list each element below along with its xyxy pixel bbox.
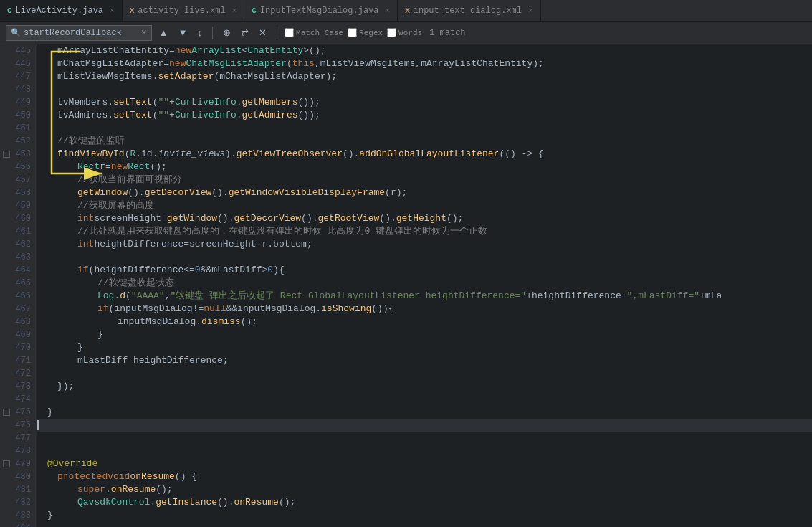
code-line-473: }); bbox=[37, 380, 812, 393]
line-num-450: 450 bbox=[0, 109, 37, 122]
line-num-483: 483 bbox=[0, 509, 37, 522]
code-line-472 bbox=[37, 367, 812, 380]
search-replace-button[interactable]: ⇄ bbox=[238, 26, 252, 39]
line-num-458: 458 bbox=[0, 186, 37, 199]
search-separator2 bbox=[277, 27, 277, 39]
search-next-button[interactable]: ▼ bbox=[176, 26, 191, 39]
match-case-checkbox[interactable] bbox=[285, 28, 294, 37]
line-num-480: 480 bbox=[0, 470, 37, 483]
match-case-option[interactable]: Match Case bbox=[285, 28, 343, 37]
search-close-button[interactable]: ✕ bbox=[256, 26, 269, 39]
line-num-446: 446 bbox=[0, 57, 37, 70]
code-line-447: mListViewMsgItems.setAdapter(mChatMsgLis… bbox=[37, 70, 812, 83]
words-option[interactable]: Words bbox=[387, 28, 422, 37]
code-line-458: getWindow().getDecorView().getWindowVisi… bbox=[37, 186, 812, 199]
line-num-456: 456 bbox=[0, 161, 37, 174]
code-line-459: //获取屏幕的高度 bbox=[37, 199, 812, 212]
tab-label-tab3: InputTextMsgDialog.java bbox=[260, 6, 379, 16]
code-line-469: } bbox=[37, 328, 812, 341]
code-line-477 bbox=[37, 432, 812, 445]
line-num-470: 470 bbox=[0, 341, 37, 354]
code-line-467: if(inputMsgDialog!=null && inputMsgDialo… bbox=[37, 303, 812, 315]
code-line-460: int screenHeight = getWindow().getDecorV… bbox=[37, 212, 812, 225]
line-num-447: 447 bbox=[0, 70, 37, 83]
tab-tab1[interactable]: CLiveActivity.java× bbox=[0, 0, 123, 21]
code-line-449: tvMembers.setText("" + CurLiveInfo.getMe… bbox=[37, 96, 812, 109]
code-line-462: int heightDifference = screenHeight - r.… bbox=[37, 238, 812, 251]
tab-close-tab3[interactable]: × bbox=[386, 6, 391, 15]
code-line-463 bbox=[37, 251, 812, 264]
search-filter-button[interactable]: ⊕ bbox=[220, 26, 234, 39]
tab-tab3[interactable]: CInputTextMsgDialog.java× bbox=[244, 0, 398, 21]
code-line-452: //软键盘的监听 bbox=[37, 135, 812, 148]
regex-label: Regex bbox=[359, 29, 383, 37]
search-clear-button[interactable]: ✕ bbox=[141, 28, 147, 37]
code-line-471: mLastDiff = heightDifference; bbox=[37, 354, 812, 367]
search-expand-button[interactable]: ↕ bbox=[195, 26, 206, 39]
code-line-466: Log.d("AAAA","软键盘 弹出之后收起了 Rect GlobalLay… bbox=[37, 290, 812, 303]
line-num-478: 478 bbox=[0, 445, 37, 457]
code-line-483: } bbox=[37, 509, 812, 522]
tab-icon-tab1: C bbox=[7, 6, 12, 15]
line-num-476: 476 bbox=[0, 419, 37, 432]
line-num-460: 460 bbox=[0, 212, 37, 225]
line-num-482: 482 bbox=[0, 496, 37, 509]
line-num-461: 461 bbox=[0, 225, 37, 238]
tab-icon-tab4: X bbox=[405, 6, 410, 15]
code-line-448 bbox=[37, 83, 812, 96]
line-num-477: 477 bbox=[0, 432, 37, 445]
line-num-464: 464 bbox=[0, 264, 37, 277]
code-line-476 bbox=[37, 419, 812, 432]
search-separator bbox=[212, 27, 213, 39]
words-label: Words bbox=[398, 29, 422, 37]
gutter-lines: 4454464474484494504514524534564574584594… bbox=[0, 44, 37, 527]
line-num-475: 475 bbox=[0, 406, 37, 419]
search-prev-button[interactable]: ▲ bbox=[156, 26, 171, 39]
line-num-484: 484 bbox=[0, 522, 37, 527]
match-case-label: Match Case bbox=[296, 29, 343, 37]
tab-close-tab4[interactable]: × bbox=[528, 6, 533, 15]
search-input[interactable] bbox=[24, 28, 138, 38]
tab-tab4[interactable]: Xinput_text_dialog.xml× bbox=[398, 0, 540, 21]
code-line-482: QavsdkControl.getInstance().onResume(); bbox=[37, 496, 812, 509]
code-line-445: mArrayListChatEntity = new ArrayList<Cha… bbox=[37, 44, 812, 57]
regex-option[interactable]: Regex bbox=[348, 28, 383, 37]
code-scroll-wrap[interactable]: mArrayListChatEntity = new ArrayList<Cha… bbox=[37, 44, 812, 527]
code-line-450: tvAdmires.setText("" + CurLiveInfo.getAd… bbox=[37, 109, 812, 122]
search-result-count: 1 match bbox=[429, 28, 465, 38]
tab-icon-tab2: X bbox=[130, 6, 135, 15]
line-number-gutter: 4454464474484494504514524534564574584594… bbox=[0, 44, 37, 527]
code-line-484 bbox=[37, 522, 812, 527]
line-num-469: 469 bbox=[0, 328, 37, 341]
line-num-473: 473 bbox=[0, 380, 37, 393]
code-line-480: protected void onResume() { bbox=[37, 470, 812, 483]
line-num-466: 466 bbox=[0, 290, 37, 303]
words-checkbox[interactable] bbox=[387, 28, 396, 37]
code-line-481: super.onResume(); bbox=[37, 483, 812, 496]
line-num-462: 462 bbox=[0, 238, 37, 251]
code-line-478 bbox=[37, 445, 812, 457]
tab-close-tab2[interactable]: × bbox=[232, 6, 237, 15]
tab-label-tab2: activity_live.xml bbox=[138, 6, 225, 16]
code-lines: mArrayListChatEntity = new ArrayList<Cha… bbox=[37, 44, 812, 527]
line-num-452: 452 bbox=[0, 135, 37, 148]
line-num-468: 468 bbox=[0, 315, 37, 328]
code-area: 4454464474484494504514524534564574584594… bbox=[0, 44, 812, 527]
search-bar: 🔍 ✕ ▲ ▼ ↕ ⊕ ⇄ ✕ Match Case Regex Words 1… bbox=[0, 22, 812, 44]
text-cursor bbox=[37, 420, 39, 430]
search-input-wrap[interactable]: 🔍 ✕ bbox=[6, 25, 152, 41]
code-line-457: //获取当前界面可视部分 bbox=[37, 174, 812, 186]
tab-tab2[interactable]: Xactivity_live.xml× bbox=[123, 0, 245, 21]
line-num-481: 481 bbox=[0, 483, 37, 496]
search-icon: 🔍 bbox=[11, 28, 21, 37]
line-num-457: 457 bbox=[0, 174, 37, 186]
tab-close-tab1[interactable]: × bbox=[110, 6, 115, 15]
line-num-472: 472 bbox=[0, 367, 37, 380]
code-line-474 bbox=[37, 393, 812, 406]
line-num-465: 465 bbox=[0, 277, 37, 290]
code-line-451 bbox=[37, 122, 812, 135]
regex-checkbox[interactable] bbox=[348, 28, 357, 37]
tab-label-tab1: LiveActivity.java bbox=[16, 6, 103, 16]
code-line-468: inputMsgDialog.dismiss(); bbox=[37, 315, 812, 328]
line-num-474: 474 bbox=[0, 393, 37, 406]
